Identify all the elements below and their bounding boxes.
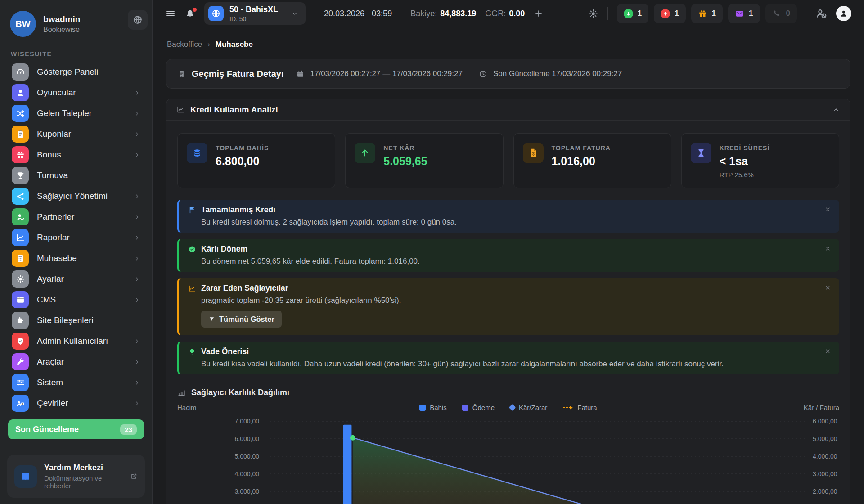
sidebar-item-oyuncular[interactable]: Oyuncular (7, 84, 145, 102)
collapse-chevron-icon[interactable] (832, 106, 840, 114)
site-selector[interactable]: 50 - BahisXL ID: 50 (204, 2, 306, 25)
sidebar-item-sa-lay-c-y-netimi[interactable]: Sağlayıcı Yönetimi (7, 187, 145, 205)
sidebar: BW bwadmin Bookiewise WISESUITE Gösterge… (0, 0, 153, 504)
divider (806, 7, 806, 20)
close-icon[interactable] (824, 284, 831, 291)
chevron-right-icon (134, 338, 140, 345)
alert-text: Bu kredi süresi dolmuş. 2 sağlayıcıda iş… (201, 218, 830, 227)
settings-gear-button[interactable] (588, 9, 598, 19)
chevron-right-icon (134, 276, 140, 283)
svg-text:6.000,00: 6.000,00 (235, 435, 260, 442)
stat-sub: RTP 25.6% (720, 171, 770, 179)
sidebar-item-muhasebe[interactable]: Muhasebe (7, 249, 145, 267)
sidebar-item-partnerler[interactable]: Partnerler (7, 208, 145, 226)
badge-count: 1 (712, 9, 716, 18)
last-update-badge: 23 (120, 424, 137, 435)
svg-text:5.000,00: 5.000,00 (813, 435, 837, 442)
badge-deposits[interactable]: 1 (617, 4, 648, 23)
sidebar-item-label: Sağlayıcı Yönetimi (37, 191, 126, 201)
badge-count: 0 (786, 9, 790, 18)
site-name: 50 - BahisXL (230, 5, 278, 14)
close-icon[interactable] (824, 206, 831, 213)
chart-legend-row: Hacim BahisÖdemeKâr/ZararFatura Kâr / Fa… (177, 404, 839, 411)
chevron-right-icon (134, 234, 140, 241)
help-center-card[interactable]: Yardım Merkezi Dokümantasyon ve rehberle… (7, 455, 145, 498)
sidebar-item-site-bile-enleri[interactable]: Site Bileşenleri (7, 311, 145, 329)
sidebar-item-sistem[interactable]: Sistem (7, 374, 145, 392)
legend-item-k-r-zarar[interactable]: Kâr/Zarar (510, 404, 547, 411)
sidebar-item-g-sterge-paneli[interactable]: Gösterge Paneli (7, 63, 145, 81)
sidebar-item-ara-lar[interactable]: Araçlar (7, 353, 145, 371)
share-nodes-icon (12, 188, 29, 205)
sidebar-item-bonus[interactable]: Bonus (7, 146, 145, 164)
legend-square-marker (462, 405, 468, 411)
sidebar-item--eviriler[interactable]: Çeviriler (7, 394, 145, 412)
notifications-bell-button[interactable] (185, 9, 195, 19)
add-button[interactable] (534, 9, 544, 18)
sidebar-item-turnuva[interactable]: Turnuva (7, 166, 145, 184)
sidebar-user: BW bwadmin Bookiewise (7, 9, 145, 37)
sidebar-item-label: Oyuncular (37, 88, 126, 98)
close-icon[interactable] (824, 245, 831, 252)
flag-icon (188, 206, 196, 214)
legend-item--deme[interactable]: Ödeme (462, 404, 495, 411)
legend-label: Fatura (577, 404, 597, 411)
sidebar-menu: Gösterge PaneliOyuncularGelen TaleplerKu… (7, 63, 145, 412)
badge-bonuses[interactable]: 1 (691, 4, 723, 23)
language-button[interactable] (128, 10, 148, 30)
badge-count: 1 (638, 9, 642, 18)
alert-title: Tamamlanmış Kredi (201, 205, 275, 215)
panel-title: Kredi Kullanım Analizi (190, 105, 827, 115)
invoice-title: Geçmiş Fatura Detayı (192, 69, 284, 79)
invoice-last-update: Son Güncelleme 17/03/2026 00:29:27 (493, 69, 622, 78)
chevron-right-icon (134, 214, 140, 220)
datetime: 20.03.2026 03:59 (324, 9, 392, 18)
chevron-right-icon (134, 110, 140, 117)
breadcrumb-root[interactable]: Backoffice (167, 40, 202, 49)
divider (608, 7, 608, 20)
legend-label: Ödeme (472, 404, 495, 411)
receipt-icon (177, 70, 186, 78)
panel-header: Kredi Kullanım Analizi (166, 99, 850, 121)
user-sessions-button[interactable] (815, 8, 827, 19)
sidebar-item-label: Raporlar (37, 233, 126, 243)
svg-text:4.000,00: 4.000,00 (813, 453, 837, 460)
last-update-button[interactable]: Son Güncelleme 23 (8, 419, 144, 439)
book-icon (14, 465, 37, 488)
shuffle-icon (12, 105, 29, 122)
date: 20.03.2026 (324, 9, 364, 18)
sidebar-item-raporlar[interactable]: Raporlar (7, 229, 145, 247)
mail-icon (735, 9, 744, 18)
lightbulb-icon (188, 348, 196, 356)
gear-icon (12, 270, 29, 288)
chevron-right-icon (134, 131, 140, 138)
legend-item-bahis[interactable]: Bahis (419, 404, 447, 411)
alert-title: Zarar Eden Sağlayıcılar (201, 284, 288, 293)
chevron-down-icon (291, 10, 298, 17)
gift-icon (698, 9, 707, 18)
badge-calls[interactable]: 0 (765, 4, 797, 23)
show-all-button[interactable]: Tümünü Göster (201, 310, 282, 328)
stat-value: 5.059,65 (383, 155, 427, 168)
stat-label: TOPLAM FATURA (552, 144, 611, 152)
chevron-right-icon (134, 152, 140, 158)
svg-text:7.000,00: 7.000,00 (235, 418, 260, 425)
badge-messages[interactable]: 1 (728, 4, 760, 23)
ggr-value: 0.00 (509, 9, 525, 18)
sidebar-item-gelen-talepler[interactable]: Gelen Talepler (7, 104, 145, 122)
profile-avatar-button[interactable] (836, 6, 851, 21)
close-icon[interactable] (824, 348, 831, 355)
stat-cards: TOPLAM BAHİS6.800,00NET KÂR5.059,65TOPLA… (177, 133, 839, 188)
badge-withdrawals[interactable]: 1 (654, 4, 685, 23)
panel-icon (176, 105, 185, 114)
hamburger-menu-button[interactable] (165, 8, 176, 19)
sidebar-item-ayarlar[interactable]: Ayarlar (7, 270, 145, 288)
sidebar-item-admin-kullan-c-lar-[interactable]: Admin Kullanıcıları (7, 332, 145, 350)
sidebar-item-label: Partnerler (37, 212, 126, 222)
gauge-icon (12, 63, 29, 81)
legend-item-fatura[interactable]: Fatura (562, 404, 597, 411)
sidebar-item-label: Admin Kullanıcıları (37, 336, 126, 346)
sidebar-item-cms[interactable]: CMS (7, 291, 145, 309)
legend-label: Kâr/Zarar (519, 404, 547, 411)
sidebar-item-kuponlar[interactable]: Kuponlar (7, 125, 145, 143)
